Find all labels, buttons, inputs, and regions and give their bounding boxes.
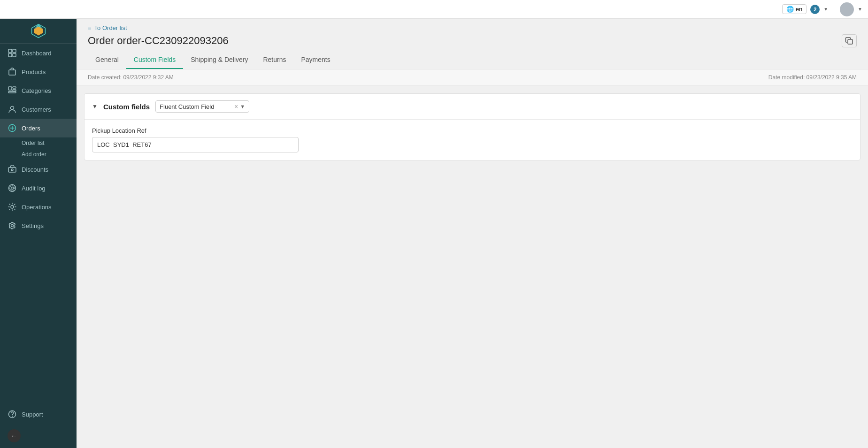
section-body: Pickup Location Ref [84, 120, 860, 160]
tab-shipping-delivery[interactable]: Shipping & Delivery [183, 51, 255, 69]
language-selector[interactable]: 🌐 en [782, 4, 807, 14]
sidebar-subitem-order-list[interactable]: Order list [22, 137, 77, 149]
back-button-wrapper: ← [0, 424, 77, 448]
content-area: ≡ To Order list Order order-CC2309220932… [77, 19, 868, 448]
topbar: 🌐 en 2 ▼ ▼ [0, 0, 868, 19]
svg-rect-15 [8, 167, 16, 172]
breadcrumb-icon: ≡ [88, 24, 92, 31]
order-list-label: Order list [22, 140, 45, 146]
page-title: Order order-CC230922093206 [88, 35, 229, 47]
orders-icon [8, 123, 17, 133]
settings-icon [8, 221, 17, 230]
user-avatar[interactable] [840, 2, 854, 16]
divider [834, 5, 834, 14]
svg-rect-8 [9, 70, 15, 75]
page-header: ≡ To Order list Order order-CC2309220932… [77, 19, 868, 47]
sidebar-spacer [0, 235, 77, 405]
tab-custom-fields-label: Custom Fields [134, 56, 176, 63]
dropdown-value: Fluent Custom Field [160, 103, 232, 110]
dropdown-arrow-icon[interactable]: ▼ [240, 104, 245, 109]
discounts-label: Discounts [22, 166, 48, 173]
tab-payments[interactable]: Payments [293, 51, 338, 69]
sidebar-item-orders[interactable]: Orders [0, 119, 77, 137]
date-created: Date created: 09/23/2022 9:32 AM [88, 74, 174, 81]
svg-point-19 [10, 186, 15, 191]
section-header: ▼ Custom fields Fluent Custom Field × ▼ [84, 94, 860, 120]
breadcrumb-text: To Order list [94, 24, 127, 31]
svg-rect-11 [13, 90, 16, 91]
svg-rect-10 [13, 87, 16, 88]
tab-general[interactable]: General [88, 51, 126, 69]
section-title: Custom fields [103, 103, 150, 111]
audit-log-icon [8, 183, 17, 193]
svg-rect-9 [8, 87, 12, 90]
pickup-location-input[interactable] [92, 137, 299, 152]
date-modified: Date modified: 09/23/2022 9:35 AM [768, 74, 857, 81]
globe-icon: 🌐 [786, 6, 794, 13]
products-icon [8, 67, 17, 76]
discounts-icon [8, 165, 17, 174]
back-button[interactable]: ← [8, 429, 21, 442]
svg-point-21 [11, 225, 14, 227]
sidebar-item-dashboard[interactable]: Dashboard [0, 44, 77, 62]
orders-subitems: Order list Add order [0, 137, 77, 160]
pickup-location-field-group: Pickup Location Ref [92, 127, 299, 152]
meta-row: Date created: 09/23/2022 9:32 AM Date mo… [77, 69, 868, 86]
svg-point-13 [11, 106, 14, 110]
custom-fields-card: ▼ Custom fields Fluent Custom Field × ▼ … [84, 93, 860, 160]
svg-rect-7 [13, 53, 16, 57]
customers-label: Customers [22, 106, 51, 113]
audit-log-label: Audit log [22, 185, 46, 192]
notif-chevron[interactable]: ▼ [823, 7, 828, 12]
dashboard-icon [8, 48, 17, 58]
settings-label: Settings [22, 222, 44, 229]
field-label: Pickup Location Ref [92, 127, 299, 134]
copy-button[interactable] [842, 34, 857, 47]
language-label: en [796, 6, 802, 13]
tab-shipping-delivery-label: Shipping & Delivery [191, 56, 248, 63]
section-collapse-chevron[interactable]: ▼ [92, 103, 98, 110]
sidebar-logo [0, 19, 77, 44]
sidebar-item-operations[interactable]: Operations [0, 197, 77, 216]
sidebar-subitem-add-order[interactable]: Add order [22, 149, 77, 160]
sidebar-item-audit-log[interactable]: Audit log [0, 179, 77, 197]
tab-general-label: General [95, 56, 119, 63]
svg-rect-12 [8, 91, 16, 93]
svg-rect-23 [848, 39, 853, 44]
tab-returns-label: Returns [263, 56, 286, 63]
sidebar-item-customers[interactable]: Customers [0, 100, 77, 119]
tab-payments-label: Payments [301, 56, 330, 63]
sidebar-item-discounts[interactable]: Discounts [0, 160, 77, 179]
operations-icon [8, 202, 17, 212]
products-label: Products [22, 68, 46, 76]
sidebar-item-products[interactable]: Products [0, 62, 77, 81]
svg-rect-4 [8, 49, 12, 53]
dashboard-label: Dashboard [22, 50, 52, 57]
custom-field-select[interactable]: Fluent Custom Field × ▼ [155, 100, 249, 113]
notif-count: 2 [814, 7, 816, 12]
svg-point-18 [11, 187, 14, 190]
sidebar-item-support[interactable]: Support [0, 405, 77, 424]
content-inner: ≡ To Order list Order order-CC2309220932… [77, 19, 868, 448]
svg-rect-5 [13, 49, 16, 53]
categories-label: Categories [22, 87, 51, 94]
dropdown-clear-button[interactable]: × [234, 103, 238, 110]
notification-badge[interactable]: 2 [810, 5, 820, 14]
tab-returns[interactable]: Returns [255, 51, 293, 69]
copy-icon [845, 37, 853, 45]
breadcrumb[interactable]: ≡ To Order list [88, 24, 857, 31]
user-menu-arrow[interactable]: ▼ [858, 7, 862, 12]
svg-point-16 [11, 169, 13, 171]
logo-icon [31, 23, 46, 38]
add-order-label: Add order [22, 151, 46, 158]
categories-icon [8, 86, 17, 95]
support-label: Support [22, 411, 43, 418]
operations-label: Operations [22, 204, 52, 211]
tab-custom-fields[interactable]: Custom Fields [126, 51, 183, 69]
sidebar-item-categories[interactable]: Categories [0, 81, 77, 100]
sidebar-item-settings[interactable]: Settings [0, 216, 77, 235]
customers-icon [8, 105, 17, 114]
sidebar: Dashboard Products Categories Customers [0, 19, 77, 448]
orders-label: Orders [22, 125, 40, 132]
svg-point-20 [11, 205, 14, 208]
